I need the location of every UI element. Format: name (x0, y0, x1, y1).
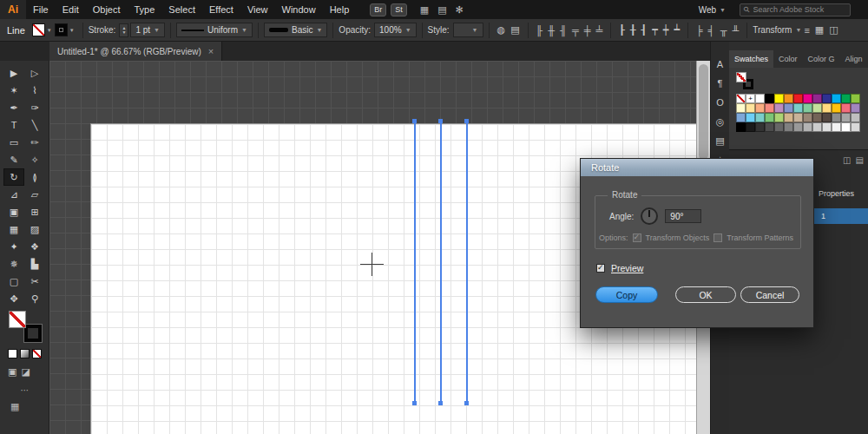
pencil-tool[interactable]: ✎ (3, 151, 24, 168)
swatch[interactable] (812, 94, 822, 103)
swatch[interactable] (755, 122, 765, 132)
swatch[interactable] (765, 94, 774, 103)
swatch[interactable] (736, 94, 746, 103)
properties-panel-tab[interactable]: Properties (819, 189, 854, 198)
artboard-navigation-icon[interactable]: ▦ (10, 401, 19, 412)
swatch[interactable] (755, 94, 765, 103)
panel-tab[interactable]: Color G (803, 50, 840, 68)
mesh-tool[interactable]: ▦ (3, 220, 24, 238)
gpu-performance-icon[interactable]: ✻ (451, 4, 468, 16)
chevron-down-icon[interactable]: ▼ (69, 28, 75, 33)
paintbrush-tool[interactable]: ✏ (24, 134, 45, 151)
swatch[interactable] (746, 122, 755, 132)
collapse-panel-icon[interactable]: ◫ (843, 155, 851, 165)
swatch[interactable] (784, 122, 793, 132)
edit-toolbar-icon[interactable]: ⋯ (0, 385, 49, 395)
symbol-sprayer-tool[interactable]: ✵ (3, 255, 24, 273)
hand-tool[interactable]: ✥ (3, 290, 24, 307)
preview-checkbox[interactable] (596, 264, 605, 273)
swatch[interactable] (851, 94, 860, 103)
swatch[interactable] (784, 103, 793, 113)
menu-item[interactable]: Select (161, 0, 202, 19)
swatch[interactable] (822, 122, 832, 132)
stock-search-input[interactable] (753, 5, 846, 14)
transform-label[interactable]: Transform (753, 25, 792, 35)
selection-tool[interactable]: ▶ (3, 64, 24, 82)
align-bottom-icon[interactable]: ╧ (594, 25, 606, 36)
perspective-grid-tool[interactable]: ⊞ (24, 203, 45, 220)
swatch[interactable] (803, 94, 812, 103)
distribute-vspace-icon[interactable]: ╡ (706, 25, 718, 36)
blend-tool[interactable]: ❖ (24, 238, 45, 255)
swatch[interactable] (736, 122, 746, 132)
chevron-down-icon[interactable]: ▼ (47, 28, 52, 33)
swatch[interactable] (746, 103, 755, 113)
swatch[interactable] (793, 103, 803, 113)
fill-color-well[interactable] (32, 23, 45, 36)
opacity-dropdown[interactable]: 100% ▼ (374, 23, 417, 37)
swatch[interactable] (841, 122, 851, 132)
swatch[interactable] (841, 113, 851, 122)
swatch[interactable] (851, 103, 860, 113)
swatch[interactable] (841, 94, 851, 103)
distribute-middle-icon[interactable]: ┿ (661, 24, 672, 36)
swatch[interactable] (736, 103, 746, 113)
swatch[interactable] (803, 113, 812, 122)
document-setup-icon[interactable]: ▤ (508, 24, 522, 36)
distribute-bottom-icon[interactable]: ┷ (671, 24, 682, 36)
fill-swatch[interactable] (736, 72, 746, 82)
align-right-icon[interactable]: ╢ (557, 25, 569, 36)
swatch[interactable] (784, 113, 793, 122)
shape-properties-icon[interactable]: ▦ (812, 24, 826, 36)
menu-item[interactable]: Type (128, 0, 162, 19)
align-top-icon[interactable]: ╤ (569, 25, 582, 36)
distribute-left-icon[interactable]: ┠ (616, 24, 628, 36)
swatch[interactable] (774, 103, 784, 113)
style-dropdown[interactable]: ▼ (453, 23, 483, 37)
menu-item[interactable]: Object (86, 0, 128, 19)
color-button[interactable] (8, 349, 17, 358)
swatch[interactable] (755, 113, 765, 122)
panel-tab[interactable]: Align (840, 50, 868, 68)
brush-definition-dropdown[interactable]: Basic ▼ (264, 23, 327, 37)
panel-list-icon[interactable]: ▤ (856, 155, 864, 165)
panel-tab[interactable]: Color (773, 50, 803, 68)
width-tool[interactable]: ≬ (24, 168, 45, 186)
shaper-tool[interactable]: ✧ (24, 151, 45, 168)
appearance-panel-icon[interactable]: ◎ (716, 116, 725, 128)
stroke-weight-dropdown[interactable]: 1 pt ▼ (130, 23, 165, 37)
distribute-hspace-icon[interactable]: ╞ (694, 25, 706, 36)
artboard-tool[interactable]: ▢ (3, 273, 24, 290)
curvature-tool[interactable]: ✑ (24, 99, 45, 116)
swatch[interactable] (765, 113, 774, 122)
swatch[interactable] (822, 94, 832, 103)
swatch[interactable] (774, 94, 784, 103)
panel-menu-icon[interactable]: ≡ (801, 25, 812, 36)
close-icon[interactable]: × (208, 46, 214, 56)
swatch[interactable] (851, 113, 860, 122)
type-tool[interactable]: T (3, 116, 24, 134)
gradient-tool[interactable]: ▨ (24, 220, 45, 238)
scrollbar-thumb[interactable] (699, 64, 708, 160)
stroke-color-well[interactable] (55, 23, 68, 36)
align-middle-icon[interactable]: ╪ (582, 25, 594, 36)
free-transform-tool[interactable]: ▱ (24, 186, 45, 203)
swatch[interactable] (841, 103, 851, 113)
brush-definition-button[interactable]: Br (370, 3, 386, 16)
path-line[interactable] (466, 122, 468, 403)
magic-wand-tool[interactable]: ✶ (3, 82, 24, 99)
scale-tool[interactable]: ⊿ (3, 186, 24, 203)
graphic-style-button[interactable]: St (391, 3, 407, 16)
angle-input[interactable] (665, 209, 701, 223)
rotate-dial[interactable] (641, 207, 658, 225)
swatch[interactable] (765, 103, 774, 113)
swatch[interactable] (812, 113, 822, 122)
line-segment-tool[interactable]: ╲ (24, 116, 45, 134)
align-to-selection-icon[interactable]: ╥ (718, 25, 730, 36)
distribute-center-icon[interactable]: ╂ (628, 24, 639, 36)
draw-behind-icon[interactable]: ◪ (21, 366, 30, 378)
document-tab[interactable]: Untitled-1* @ 66.67% (RGB/Preview) × (49, 42, 222, 61)
swatch[interactable] (822, 103, 832, 113)
swatch[interactable] (774, 122, 784, 132)
menu-item[interactable]: Effect (202, 0, 240, 19)
